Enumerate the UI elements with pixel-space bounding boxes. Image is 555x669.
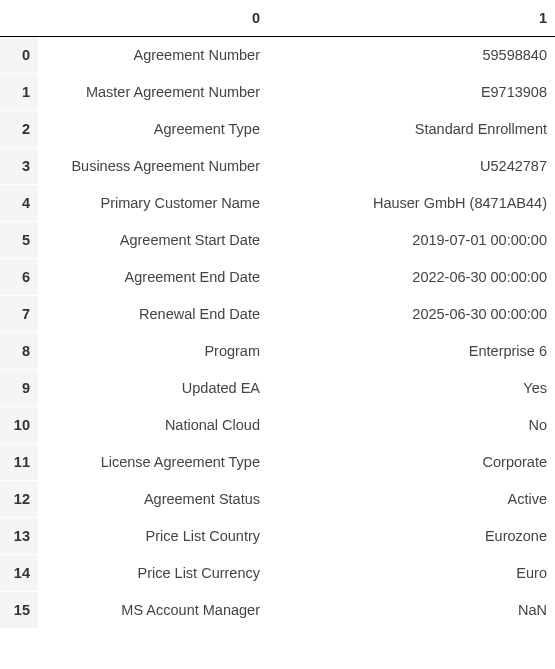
row-value: 2022-06-30 00:00:00 <box>268 259 555 296</box>
table-row: 10 National Cloud No <box>0 407 555 444</box>
table-row: 3 Business Agreement Number U5242787 <box>0 148 555 185</box>
row-index: 9 <box>0 370 38 407</box>
row-value: E9713908 <box>268 74 555 111</box>
table-row: 2 Agreement Type Standard Enrollment <box>0 111 555 148</box>
row-label: Agreement Start Date <box>38 222 268 259</box>
row-label: Agreement Type <box>38 111 268 148</box>
row-value: NaN <box>268 592 555 629</box>
row-index: 0 <box>0 37 38 74</box>
row-label: License Agreement Type <box>38 444 268 481</box>
row-index: 5 <box>0 222 38 259</box>
table-row: 9 Updated EA Yes <box>0 370 555 407</box>
table-row: 14 Price List Currency Euro <box>0 555 555 592</box>
header-col-0: 0 <box>38 0 268 37</box>
row-value: Yes <box>268 370 555 407</box>
row-label: Primary Customer Name <box>38 185 268 222</box>
row-label: Master Agreement Number <box>38 74 268 111</box>
row-value: Enterprise 6 <box>268 333 555 370</box>
row-value: 2025-06-30 00:00:00 <box>268 296 555 333</box>
row-label: Agreement End Date <box>38 259 268 296</box>
row-value: No <box>268 407 555 444</box>
row-value: Hauser GmbH (8471AB44) <box>268 185 555 222</box>
row-index: 8 <box>0 333 38 370</box>
row-index: 2 <box>0 111 38 148</box>
table-row: 11 License Agreement Type Corporate <box>0 444 555 481</box>
row-label: Business Agreement Number <box>38 148 268 185</box>
row-value: Eurozone <box>268 518 555 555</box>
row-label: Program <box>38 333 268 370</box>
header-row: 0 1 <box>0 0 555 37</box>
row-label: National Cloud <box>38 407 268 444</box>
row-label: Price List Country <box>38 518 268 555</box>
row-value: U5242787 <box>268 148 555 185</box>
header-corner <box>0 0 38 37</box>
row-index: 7 <box>0 296 38 333</box>
table-row: 0 Agreement Number 59598840 <box>0 37 555 74</box>
table-row: 1 Master Agreement Number E9713908 <box>0 74 555 111</box>
row-index: 14 <box>0 555 38 592</box>
table-row: 4 Primary Customer Name Hauser GmbH (847… <box>0 185 555 222</box>
row-label: Renewal End Date <box>38 296 268 333</box>
header-col-1: 1 <box>268 0 555 37</box>
row-label: Price List Currency <box>38 555 268 592</box>
row-index: 12 <box>0 481 38 518</box>
row-index: 1 <box>0 74 38 111</box>
table-row: 5 Agreement Start Date 2019-07-01 00:00:… <box>0 222 555 259</box>
row-value: Corporate <box>268 444 555 481</box>
row-label: MS Account Manager <box>38 592 268 629</box>
table-row: 12 Agreement Status Active <box>0 481 555 518</box>
table-row: 8 Program Enterprise 6 <box>0 333 555 370</box>
row-value: Standard Enrollment <box>268 111 555 148</box>
row-index: 11 <box>0 444 38 481</box>
row-index: 10 <box>0 407 38 444</box>
table-row: 6 Agreement End Date 2022-06-30 00:00:00 <box>0 259 555 296</box>
row-label: Updated EA <box>38 370 268 407</box>
row-value: Euro <box>268 555 555 592</box>
row-label: Agreement Number <box>38 37 268 74</box>
row-value: 2019-07-01 00:00:00 <box>268 222 555 259</box>
row-index: 6 <box>0 259 38 296</box>
table-row: 13 Price List Country Eurozone <box>0 518 555 555</box>
data-table: 0 1 0 Agreement Number 59598840 1 Master… <box>0 0 555 629</box>
row-index: 3 <box>0 148 38 185</box>
table-row: 7 Renewal End Date 2025-06-30 00:00:00 <box>0 296 555 333</box>
row-value: 59598840 <box>268 37 555 74</box>
row-index: 13 <box>0 518 38 555</box>
row-index: 4 <box>0 185 38 222</box>
table-row: 15 MS Account Manager NaN <box>0 592 555 629</box>
row-index: 15 <box>0 592 38 629</box>
row-label: Agreement Status <box>38 481 268 518</box>
row-value: Active <box>268 481 555 518</box>
